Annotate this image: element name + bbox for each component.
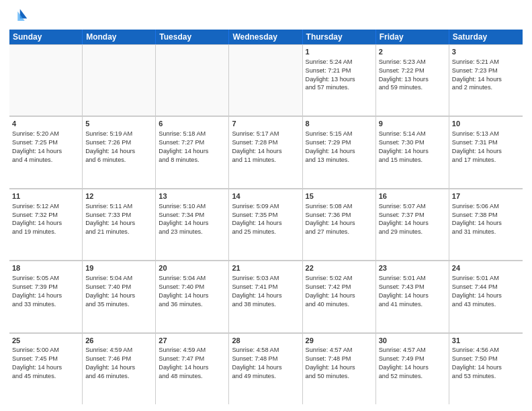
day-info: Sunrise: 5:02 AM Sunset: 7:42 PM Dayligh… [306,274,373,309]
day-cell-6: 6Sunrise: 5:18 AM Sunset: 7:27 PM Daylig… [156,117,229,187]
day-info: Sunrise: 5:20 AM Sunset: 7:25 PM Dayligh… [12,130,79,165]
day-number: 27 [159,336,226,346]
day-info: Sunrise: 5:15 AM Sunset: 7:29 PM Dayligh… [306,130,373,165]
calendar-week-5: 25Sunrise: 5:00 AM Sunset: 7:45 PM Dayli… [9,333,523,404]
day-info: Sunrise: 5:19 AM Sunset: 7:26 PM Dayligh… [85,130,152,165]
day-cell-10: 10Sunrise: 5:13 AM Sunset: 7:31 PM Dayli… [449,117,523,187]
day-number: 5 [85,119,152,129]
day-header-tuesday: Tuesday [156,30,229,44]
day-info: Sunrise: 5:14 AM Sunset: 7:30 PM Dayligh… [379,130,446,165]
day-info: Sunrise: 4:57 AM Sunset: 7:48 PM Dayligh… [306,346,373,381]
day-info: Sunrise: 4:57 AM Sunset: 7:49 PM Dayligh… [379,346,446,381]
day-cell-16: 16Sunrise: 5:07 AM Sunset: 7:37 PM Dayli… [376,189,449,260]
day-info: Sunrise: 5:07 AM Sunset: 7:37 PM Dayligh… [379,202,446,237]
day-number: 19 [85,263,152,273]
day-number: 30 [379,336,446,346]
header [9,7,523,26]
calendar-week-3: 11Sunrise: 5:12 AM Sunset: 7:32 PM Dayli… [9,189,523,261]
day-number: 29 [306,336,373,346]
day-info: Sunrise: 5:24 AM Sunset: 7:21 PM Dayligh… [306,58,373,93]
day-cell-1: 1Sunrise: 5:24 AM Sunset: 7:21 PM Daylig… [303,45,376,116]
day-number: 22 [306,263,373,273]
day-number: 11 [12,191,79,201]
day-info: Sunrise: 5:18 AM Sunset: 7:27 PM Dayligh… [159,130,226,165]
day-cell-17: 17Sunrise: 5:06 AM Sunset: 7:38 PM Dayli… [449,189,523,260]
day-cell-9: 9Sunrise: 5:14 AM Sunset: 7:30 PM Daylig… [376,117,449,187]
calendar: SundayMondayTuesdayWednesdayThursdayFrid… [9,30,523,404]
day-number: 26 [85,336,152,346]
page: SundayMondayTuesdayWednesdayThursdayFrid… [0,0,532,411]
day-cell-13: 13Sunrise: 5:10 AM Sunset: 7:34 PM Dayli… [156,189,229,260]
day-info: Sunrise: 5:23 AM Sunset: 7:22 PM Dayligh… [379,58,446,93]
day-cell-30: 30Sunrise: 4:57 AM Sunset: 7:49 PM Dayli… [376,334,449,404]
day-cell-18: 18Sunrise: 5:05 AM Sunset: 7:39 PM Dayli… [9,261,83,332]
day-cell-24: 24Sunrise: 5:01 AM Sunset: 7:44 PM Dayli… [449,261,523,332]
day-cell-26: 26Sunrise: 4:59 AM Sunset: 7:46 PM Dayli… [83,334,156,404]
day-number: 18 [12,263,79,273]
day-header-friday: Friday [376,30,449,44]
day-header-thursday: Thursday [303,30,376,44]
day-number: 1 [306,47,373,57]
day-number: 8 [306,119,373,129]
empty-cell [83,45,156,116]
day-info: Sunrise: 5:04 AM Sunset: 7:40 PM Dayligh… [85,274,152,309]
day-info: Sunrise: 4:56 AM Sunset: 7:50 PM Dayligh… [452,346,520,381]
day-header-sunday: Sunday [9,30,83,44]
day-cell-2: 2Sunrise: 5:23 AM Sunset: 7:22 PM Daylig… [376,45,449,116]
day-cell-20: 20Sunrise: 5:04 AM Sunset: 7:40 PM Dayli… [156,261,229,332]
day-cell-25: 25Sunrise: 5:00 AM Sunset: 7:45 PM Dayli… [9,334,83,404]
day-cell-3: 3Sunrise: 5:21 AM Sunset: 7:23 PM Daylig… [449,45,523,116]
calendar-week-4: 18Sunrise: 5:05 AM Sunset: 7:39 PM Dayli… [9,261,523,332]
day-cell-4: 4Sunrise: 5:20 AM Sunset: 7:25 PM Daylig… [9,117,83,187]
day-info: Sunrise: 4:59 AM Sunset: 7:46 PM Dayligh… [85,346,152,381]
day-cell-31: 31Sunrise: 4:56 AM Sunset: 7:50 PM Dayli… [449,334,523,404]
day-number: 9 [379,119,446,129]
day-number: 6 [159,119,226,129]
day-cell-15: 15Sunrise: 5:08 AM Sunset: 7:36 PM Dayli… [303,189,376,260]
day-number: 7 [232,119,299,129]
day-cell-11: 11Sunrise: 5:12 AM Sunset: 7:32 PM Dayli… [9,189,83,260]
day-info: Sunrise: 5:06 AM Sunset: 7:38 PM Dayligh… [452,202,520,237]
day-info: Sunrise: 5:03 AM Sunset: 7:41 PM Dayligh… [232,274,299,309]
day-cell-28: 28Sunrise: 4:58 AM Sunset: 7:48 PM Dayli… [229,334,302,404]
day-number: 28 [232,336,299,346]
day-info: Sunrise: 5:21 AM Sunset: 7:23 PM Dayligh… [452,58,520,93]
calendar-header: SundayMondayTuesdayWednesdayThursdayFrid… [9,30,523,44]
day-info: Sunrise: 5:17 AM Sunset: 7:28 PM Dayligh… [232,130,299,165]
day-number: 15 [306,191,373,201]
day-info: Sunrise: 5:13 AM Sunset: 7:31 PM Dayligh… [452,130,520,165]
day-info: Sunrise: 4:59 AM Sunset: 7:47 PM Dayligh… [159,346,226,381]
calendar-week-1: 1Sunrise: 5:24 AM Sunset: 7:21 PM Daylig… [9,44,523,116]
day-info: Sunrise: 5:08 AM Sunset: 7:36 PM Dayligh… [306,202,373,237]
day-cell-7: 7Sunrise: 5:17 AM Sunset: 7:28 PM Daylig… [229,117,302,187]
day-cell-8: 8Sunrise: 5:15 AM Sunset: 7:29 PM Daylig… [303,117,376,187]
logo [9,7,31,26]
day-header-wednesday: Wednesday [229,30,302,44]
day-number: 24 [452,263,520,273]
day-number: 3 [452,47,520,57]
day-number: 31 [452,336,520,346]
day-info: Sunrise: 5:05 AM Sunset: 7:39 PM Dayligh… [12,274,79,309]
day-cell-22: 22Sunrise: 5:02 AM Sunset: 7:42 PM Dayli… [303,261,376,332]
day-info: Sunrise: 5:09 AM Sunset: 7:35 PM Dayligh… [232,202,299,237]
day-header-saturday: Saturday [449,30,523,44]
day-number: 14 [232,191,299,201]
day-cell-5: 5Sunrise: 5:19 AM Sunset: 7:26 PM Daylig… [83,117,156,187]
day-number: 2 [379,47,446,57]
day-number: 17 [452,191,520,201]
day-info: Sunrise: 5:11 AM Sunset: 7:33 PM Dayligh… [85,202,152,237]
day-number: 13 [159,191,226,201]
day-info: Sunrise: 5:10 AM Sunset: 7:34 PM Dayligh… [159,202,226,237]
logo-icon [9,7,28,26]
day-info: Sunrise: 5:04 AM Sunset: 7:40 PM Dayligh… [159,274,226,309]
day-info: Sunrise: 5:01 AM Sunset: 7:43 PM Dayligh… [379,274,446,309]
calendar-week-2: 4Sunrise: 5:20 AM Sunset: 7:25 PM Daylig… [9,116,523,188]
empty-cell [9,45,83,116]
day-cell-14: 14Sunrise: 5:09 AM Sunset: 7:35 PM Dayli… [229,189,302,260]
day-number: 20 [159,263,226,273]
day-info: Sunrise: 5:00 AM Sunset: 7:45 PM Dayligh… [12,346,79,381]
calendar-body: 1Sunrise: 5:24 AM Sunset: 7:21 PM Daylig… [9,44,523,404]
day-cell-23: 23Sunrise: 5:01 AM Sunset: 7:43 PM Dayli… [376,261,449,332]
day-cell-29: 29Sunrise: 4:57 AM Sunset: 7:48 PM Dayli… [303,334,376,404]
day-cell-21: 21Sunrise: 5:03 AM Sunset: 7:41 PM Dayli… [229,261,302,332]
